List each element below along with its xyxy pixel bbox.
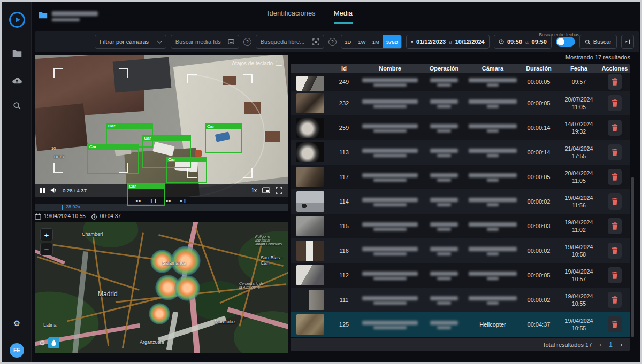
sidebar-item-folders[interactable] — [2, 49, 32, 58]
media-thumbnail[interactable] — [296, 241, 324, 261]
delete-button[interactable] — [608, 218, 622, 234]
collapse-panel-button[interactable] — [621, 35, 634, 49]
cell-id: 115 — [330, 223, 358, 229]
pagination-page-1[interactable]: 1 — [609, 341, 613, 348]
table-scrollbar[interactable] — [631, 177, 634, 337]
gear-icon: ⚙ — [13, 319, 20, 328]
cell-nombre-redacted — [358, 98, 422, 108]
video-frame: Car Car Car Car Car -10 DFLT Atajos de t… — [35, 55, 288, 197]
range-1m[interactable]: 1M — [369, 35, 383, 48]
zoom-in-button[interactable]: + — [40, 228, 53, 241]
media-thumbnail[interactable] — [296, 167, 324, 187]
media-thumbnail[interactable] — [296, 142, 324, 162]
media-ids-input[interactable]: Buscar media Ids — [171, 35, 239, 49]
table-row[interactable]: 232 00:00:05 20/07/202411:05 — [291, 91, 630, 115]
pause-button[interactable] — [40, 188, 45, 193]
playback-rate[interactable]: 1x — [251, 188, 257, 193]
media-thumbnail[interactable] — [296, 118, 324, 138]
cell-camara — [466, 246, 519, 255]
map-zoom-controls: + − — [40, 228, 53, 255]
table-row[interactable]: 114 00:00:02 19/04/202411:56 — [291, 189, 630, 214]
help-icon[interactable]: ? — [243, 38, 251, 46]
column-duracion: Duración — [519, 65, 558, 72]
tab-identificaciones[interactable]: Identificaciones — [268, 9, 316, 24]
sidebar-item-search[interactable] — [2, 102, 32, 110]
video-player[interactable]: Car Car Car Car Car -10 DFLT Atajos de t… — [35, 55, 288, 211]
cell-id: 232 — [330, 100, 358, 106]
range-375d[interactable]: 375D — [383, 35, 401, 48]
media-thumbnail[interactable] — [296, 314, 324, 335]
volume-icon[interactable] — [50, 187, 57, 193]
detection-box: Car — [87, 144, 139, 174]
detection-label: Car — [142, 135, 191, 141]
table-row[interactable]: 116 00:00:02 19/04/202410:58 — [291, 238, 630, 263]
media-thumbnail[interactable] — [296, 76, 324, 91]
cell-operacion-redacted — [422, 295, 466, 305]
calendar-icon — [411, 38, 413, 45]
date-range-picker[interactable]: 01/12/2023 a 10/12/2024 — [406, 35, 490, 49]
table-row[interactable]: 259 00:00:14 14/07/202419:32 — [291, 115, 630, 140]
table-row[interactable]: 115 00:00:03 19/04/202411:02 — [291, 214, 630, 238]
heatmap-map[interactable]: Chamberí Salamanca Madrid Moratalaz Lati… — [35, 222, 288, 353]
avatar-initials: FE — [13, 347, 20, 353]
table-row[interactable]: 117 00:00:05 20/04/202411:05 — [291, 165, 630, 189]
help-icon[interactable]: ? — [328, 38, 337, 46]
range-1d[interactable]: 1D — [341, 35, 355, 48]
table-row[interactable]: 111 00:00:02 19/04/202410:55 — [291, 288, 630, 312]
date-separator: a — [449, 39, 452, 45]
media-meta-row: 19/04/2024 10:55 00:04:37 — [35, 212, 288, 220]
delete-button[interactable] — [608, 120, 622, 136]
delete-button[interactable] — [608, 292, 622, 308]
zoom-out-button[interactable]: − — [40, 243, 53, 255]
media-thumbnail[interactable] — [296, 93, 324, 113]
pagination-next[interactable]: › — [620, 341, 622, 348]
cloud-upload-icon — [12, 76, 22, 84]
camera-filter-dropdown[interactable]: Filtrar por cámaras — [95, 35, 166, 49]
app-logo[interactable] — [2, 12, 32, 28]
tab-media[interactable]: Media — [334, 9, 353, 24]
fullscreen-icon[interactable] — [276, 187, 282, 194]
media-thumbnail[interactable] — [296, 265, 324, 285]
delete-button[interactable] — [608, 267, 622, 283]
delete-button[interactable] — [608, 316, 622, 332]
heatmap-toggle-button[interactable] — [48, 337, 59, 348]
map-settings-icon[interactable]: ⚙ — [39, 339, 45, 347]
cell-fecha: 19/04/202411:02 — [558, 219, 600, 234]
media-thumbnail[interactable] — [296, 216, 324, 236]
cell-operacion-redacted — [422, 246, 466, 255]
table-footer: Total resultados 17 ‹ 1 › — [291, 338, 630, 351]
media-thumbnail[interactable] — [296, 290, 324, 310]
delete-button[interactable] — [608, 243, 622, 259]
keyboard-shortcuts-hint[interactable]: Atajos de teclado — [232, 60, 282, 66]
table-row[interactable]: 113 00:00:14 21/04/202417:55 — [291, 140, 630, 165]
table-row[interactable]: 112 00:00:05 19/04/202410:57 — [291, 263, 630, 288]
search-button[interactable]: Buscar — [579, 35, 617, 49]
delete-button[interactable] — [608, 144, 622, 160]
media-thumbnail[interactable] — [296, 191, 324, 212]
trash-icon — [612, 124, 618, 131]
skip-end-button[interactable]: ▸❙ — [180, 198, 187, 203]
sidebar-item-upload[interactable] — [2, 76, 32, 84]
trash-icon — [612, 149, 618, 156]
cell-id: 116 — [330, 247, 358, 254]
delete-button[interactable] — [608, 95, 622, 111]
search-icon — [585, 39, 591, 45]
table-row[interactable]: 249 00:00:05 09:57 — [291, 73, 630, 91]
current-folder[interactable] — [39, 11, 98, 21]
pip-icon[interactable] — [262, 187, 270, 193]
range-1w[interactable]: 1W — [355, 35, 369, 48]
free-search-input[interactable]: Busqueda libre... — [256, 35, 324, 49]
delete-button[interactable] — [608, 74, 622, 90]
between-dates-toggle[interactable] — [556, 37, 575, 47]
forward-button[interactable]: ▸▸ — [166, 198, 172, 203]
pagination-prev[interactable]: ‹ — [599, 341, 601, 348]
user-avatar[interactable]: FE — [2, 343, 32, 358]
table-row[interactable]: 125 Helicopter 00:04:37 19/04/202410:55 — [291, 312, 630, 337]
delete-button[interactable] — [608, 193, 622, 210]
sidebar-item-settings[interactable]: ⚙ — [2, 319, 32, 328]
delete-button[interactable] — [608, 169, 622, 185]
cell-fecha: 19/04/202410:55 — [558, 292, 600, 307]
timeline-marker[interactable] — [62, 205, 63, 210]
cell-nombre-redacted — [358, 221, 422, 231]
media-ids-placeholder: Buscar media Ids — [175, 38, 221, 45]
